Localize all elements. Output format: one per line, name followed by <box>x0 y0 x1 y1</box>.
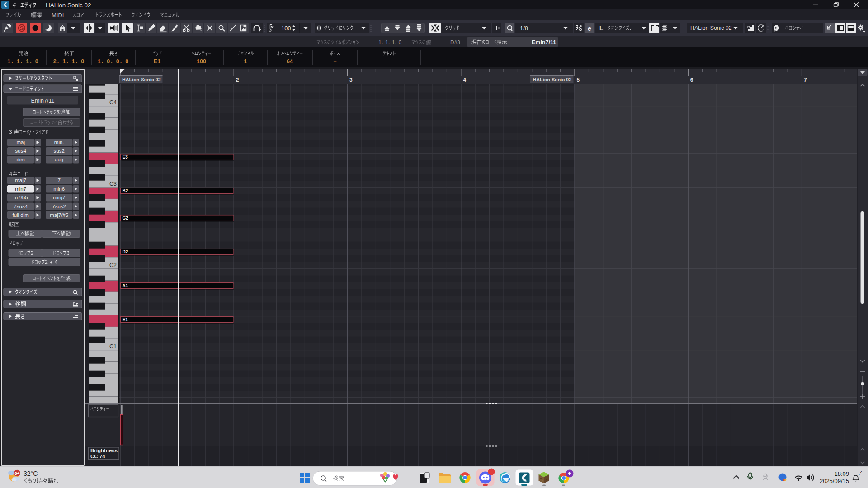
svg-text:HALion Sonic 02: HALion Sonic 02 <box>690 25 732 31</box>
svg-text:32°C: 32°C <box>24 470 38 477</box>
svg-text:100: 100 <box>197 58 206 65</box>
svg-text:7sus2: 7sus2 <box>52 204 66 209</box>
svg-text:D#3: D#3 <box>450 39 460 46</box>
svg-text:C3: C3 <box>109 181 117 187</box>
svg-text:1. 1. 1. 0: 1. 1. 1. 0 <box>378 39 402 46</box>
svg-text:C4: C4 <box>109 99 117 106</box>
svg-text:L: L <box>599 25 603 32</box>
svg-text:6: 6 <box>690 77 693 83</box>
svg-text:G2: G2 <box>123 216 129 221</box>
svg-text:sus4: sus4 <box>15 148 27 154</box>
svg-text:m7/b5: m7/b5 <box>14 195 28 200</box>
svg-text:Brightness: Brightness <box>90 448 118 453</box>
svg-text:5: 5 <box>577 77 580 83</box>
svg-text:E1: E1 <box>154 58 160 65</box>
svg-text:HALion Sonic 02: HALion Sonic 02 <box>122 77 161 82</box>
svg-text:HALion Sonic 02: HALion Sonic 02 <box>533 77 572 82</box>
svg-text:Emin7/11: Emin7/11 <box>532 39 556 46</box>
svg-text:maj7: maj7 <box>15 178 26 183</box>
svg-text:dim: dim <box>16 157 25 162</box>
svg-text:C1: C1 <box>109 343 117 350</box>
svg-text:min7: min7 <box>15 186 26 192</box>
svg-text:4: 4 <box>463 77 466 83</box>
svg-text:−: − <box>333 58 336 65</box>
svg-text:full dim: full dim <box>12 212 28 218</box>
svg-text:min6: min6 <box>53 186 65 192</box>
svg-text:B2: B2 <box>123 188 128 193</box>
svg-text:7: 7 <box>804 77 807 83</box>
svg-text:E1: E1 <box>123 317 128 322</box>
svg-text:2025/09/15: 2025/09/15 <box>820 478 849 484</box>
svg-text:100: 100 <box>281 25 291 32</box>
svg-text:maj: maj <box>16 140 25 145</box>
svg-text:maj7/#5: maj7/#5 <box>50 212 68 218</box>
svg-text:aug: aug <box>55 157 63 162</box>
svg-text:S: S <box>20 25 24 32</box>
svg-text:E3: E3 <box>123 155 128 160</box>
svg-text:1: 1 <box>244 58 247 65</box>
svg-text:Z: Z <box>860 470 863 474</box>
svg-text:e: e <box>588 24 591 32</box>
svg-text:1. 1. 1. 0: 1. 1. 1. 0 <box>7 58 39 65</box>
svg-text:minj7: minj7 <box>53 195 65 200</box>
svg-text:A1: A1 <box>123 283 128 288</box>
svg-text:C2: C2 <box>109 262 117 268</box>
svg-text:CC 74: CC 74 <box>90 454 105 459</box>
svg-text:MIDI: MIDI <box>52 12 64 19</box>
svg-text:D2: D2 <box>123 249 128 254</box>
svg-text:1/8: 1/8 <box>520 25 528 32</box>
svg-text:18:09: 18:09 <box>834 470 849 477</box>
svg-text:1. 0. 0. 0: 1. 0. 0. 0 <box>98 58 130 65</box>
svg-text:2: 2 <box>236 77 239 83</box>
svg-text:3: 3 <box>349 77 353 83</box>
svg-text:2. 1. 1. 0: 2. 1. 1. 0 <box>53 58 85 65</box>
svg-text:7sus4: 7sus4 <box>14 204 28 209</box>
svg-text:64: 64 <box>287 58 293 65</box>
svg-text:9+: 9+ <box>14 471 19 476</box>
svg-text:7: 7 <box>57 178 60 183</box>
svg-text:Emin7/11: Emin7/11 <box>31 98 55 104</box>
svg-text:min.: min. <box>54 140 64 145</box>
svg-text:sus2: sus2 <box>54 148 65 154</box>
svg-text:HALion Sonic 02: HALion Sonic 02 <box>46 2 91 9</box>
